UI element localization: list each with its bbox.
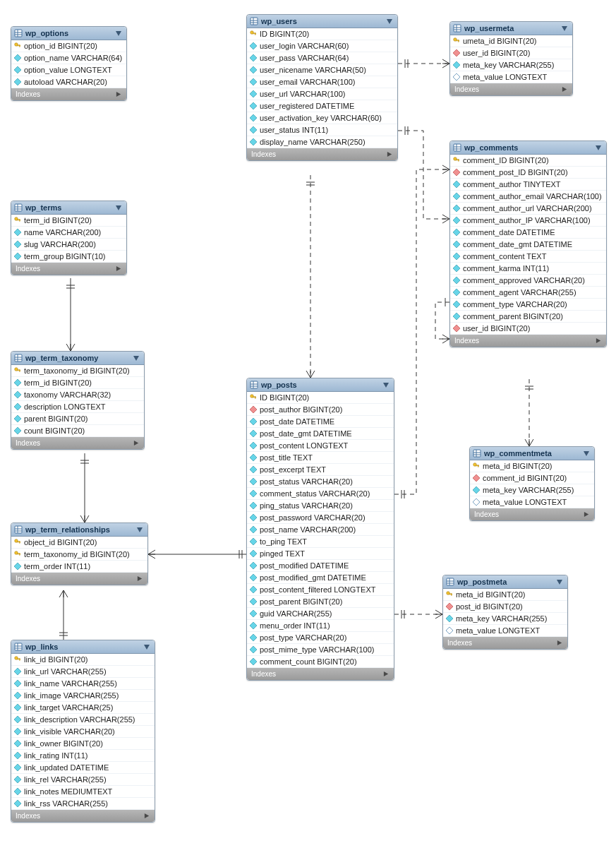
column-wp_postmeta-3[interactable]: meta_value LONGTEXT — [443, 625, 567, 637]
expand-icon[interactable] — [144, 813, 150, 819]
table-footer-wp_term_taxonomy[interactable]: Indexes — [11, 437, 144, 449]
table-wp_links[interactable]: wp_linkslink_id BIGINT(20)link_url VARCH… — [11, 640, 155, 823]
column-wp_options-0[interactable]: option_id BIGINT(20) — [11, 40, 126, 52]
column-wp_comments-2[interactable]: comment_author TINYTEXT — [450, 179, 606, 191]
column-wp_usermeta-0[interactable]: umeta_id BIGINT(20) — [450, 35, 572, 47]
table-footer-wp_links[interactable]: Indexes — [11, 810, 155, 822]
column-wp_terms-2[interactable]: slug VARCHAR(200) — [11, 239, 126, 251]
collapse-icon[interactable] — [556, 578, 563, 585]
column-wp_posts-6[interactable]: post_excerpt TEXT — [247, 464, 394, 476]
collapse-icon[interactable] — [143, 643, 150, 650]
column-wp_posts-20[interactable]: post_type VARCHAR(20) — [247, 632, 394, 644]
column-wp_users-4[interactable]: user_email VARCHAR(100) — [247, 76, 397, 88]
column-wp_commentmeta-2[interactable]: meta_key VARCHAR(255) — [470, 484, 594, 496]
column-wp_links-10[interactable]: link_rel VARCHAR(255) — [11, 774, 155, 786]
expand-icon[interactable] — [596, 338, 602, 344]
column-wp_comments-7[interactable]: comment_date_gmt DATETIME — [450, 239, 606, 251]
column-wp_options-1[interactable]: option_name VARCHAR(64) — [11, 52, 126, 64]
table-header-wp_postmeta[interactable]: wp_postmeta — [443, 575, 567, 589]
column-wp_links-7[interactable]: link_owner BIGINT(20) — [11, 738, 155, 750]
column-wp_terms-3[interactable]: term_group BIGINT(10) — [11, 251, 126, 263]
column-wp_options-2[interactable]: option_value LONGTEXT — [11, 64, 126, 76]
collapse-icon[interactable] — [583, 450, 590, 457]
column-wp_posts-0[interactable]: ID BIGINT(20) — [247, 392, 394, 404]
expand-icon[interactable] — [562, 86, 568, 92]
table-header-wp_links[interactable]: wp_links — [11, 640, 155, 654]
column-wp_links-8[interactable]: link_rating INT(11) — [11, 750, 155, 762]
column-wp_comments-10[interactable]: comment_approved VARCHAR(20) — [450, 275, 606, 287]
table-wp_terms[interactable]: wp_termsterm_id BIGINT(20)name VARCHAR(2… — [11, 201, 127, 275]
column-wp_comments-8[interactable]: comment_content TEXT — [450, 251, 606, 263]
expand-icon[interactable] — [133, 440, 140, 446]
column-wp_users-6[interactable]: user_registered DATETIME — [247, 100, 397, 112]
column-wp_comments-1[interactable]: comment_post_ID BIGINT(20) — [450, 167, 606, 179]
table-wp_postmeta[interactable]: wp_postmetameta_id BIGINT(20)post_id BIG… — [442, 575, 568, 650]
column-wp_posts-12[interactable]: to_ping TEXT — [247, 536, 394, 548]
column-wp_posts-22[interactable]: comment_count BIGINT(20) — [247, 656, 394, 668]
column-wp_links-9[interactable]: link_updated DATETIME — [11, 762, 155, 774]
table-footer-wp_comments[interactable]: Indexes — [450, 335, 606, 347]
expand-icon[interactable] — [584, 511, 590, 518]
column-wp_links-2[interactable]: link_name VARCHAR(255) — [11, 678, 155, 690]
column-wp_usermeta-1[interactable]: user_id BIGINT(20) — [450, 47, 572, 59]
collapse-icon[interactable] — [386, 18, 393, 25]
column-wp_term_taxonomy-5[interactable]: count BIGINT(20) — [11, 425, 144, 437]
column-wp_comments-3[interactable]: comment_author_email VARCHAR(100) — [450, 191, 606, 203]
table-footer-wp_commentmeta[interactable]: Indexes — [470, 508, 594, 520]
table-header-wp_term_taxonomy[interactable]: wp_term_taxonomy — [11, 352, 144, 365]
column-wp_links-11[interactable]: link_notes MEDIUMTEXT — [11, 786, 155, 798]
column-wp_users-3[interactable]: user_nicename VARCHAR(50) — [247, 64, 397, 76]
table-footer-wp_term_relationships[interactable]: Indexes — [11, 573, 147, 585]
column-wp_term_relationships-1[interactable]: term_taxonomy_id BIGINT(20) — [11, 549, 147, 561]
table-header-wp_terms[interactable]: wp_terms — [11, 201, 126, 215]
table-header-wp_options[interactable]: wp_options — [11, 27, 126, 40]
column-wp_comments-11[interactable]: comment_agent VARCHAR(255) — [450, 287, 606, 299]
column-wp_posts-8[interactable]: comment_status VARCHAR(20) — [247, 488, 394, 500]
column-wp_commentmeta-3[interactable]: meta_value LONGTEXT — [470, 496, 594, 508]
column-wp_users-2[interactable]: user_pass VARCHAR(64) — [247, 52, 397, 64]
table-header-wp_posts[interactable]: wp_posts — [247, 378, 394, 392]
column-wp_posts-3[interactable]: post_date_gmt DATETIME — [247, 428, 394, 440]
column-wp_term_taxonomy-0[interactable]: term_taxonomy_id BIGINT(20) — [11, 365, 144, 377]
collapse-icon[interactable] — [115, 30, 122, 37]
column-wp_links-3[interactable]: link_image VARCHAR(255) — [11, 690, 155, 702]
column-wp_terms-0[interactable]: term_id BIGINT(20) — [11, 215, 126, 227]
column-wp_term_taxonomy-4[interactable]: parent BIGINT(20) — [11, 413, 144, 425]
column-wp_comments-14[interactable]: user_id BIGINT(20) — [450, 323, 606, 335]
column-wp_posts-19[interactable]: menu_order INT(11) — [247, 620, 394, 632]
table-wp_commentmeta[interactable]: wp_commentmetameta_id BIGINT(20)comment_… — [469, 446, 595, 521]
column-wp_users-5[interactable]: user_url VARCHAR(100) — [247, 88, 397, 100]
column-wp_term_taxonomy-2[interactable]: taxonomy VARCHAR(32) — [11, 389, 144, 401]
collapse-icon[interactable] — [136, 526, 143, 533]
table-footer-wp_posts[interactable]: Indexes — [247, 668, 394, 680]
table-footer-wp_users[interactable]: Indexes — [247, 148, 397, 160]
column-wp_usermeta-3[interactable]: meta_value LONGTEXT — [450, 71, 572, 83]
column-wp_posts-14[interactable]: post_modified DATETIME — [247, 560, 394, 572]
column-wp_comments-13[interactable]: comment_parent BIGINT(20) — [450, 311, 606, 323]
column-wp_links-6[interactable]: link_visible VARCHAR(20) — [11, 726, 155, 738]
column-wp_terms-1[interactable]: name VARCHAR(200) — [11, 227, 126, 239]
column-wp_posts-21[interactable]: post_mime_type VARCHAR(100) — [247, 644, 394, 656]
expand-icon[interactable] — [116, 91, 122, 97]
collapse-icon[interactable] — [133, 354, 140, 362]
column-wp_posts-15[interactable]: post_modified_gmt DATETIME — [247, 572, 394, 584]
column-wp_posts-5[interactable]: post_title TEXT — [247, 452, 394, 464]
table-wp_posts[interactable]: wp_postsID BIGINT(20)post_author BIGINT(… — [246, 378, 394, 681]
column-wp_links-12[interactable]: link_rss VARCHAR(255) — [11, 798, 155, 810]
column-wp_posts-4[interactable]: post_content LONGTEXT — [247, 440, 394, 452]
column-wp_comments-0[interactable]: comment_ID BIGINT(20) — [450, 155, 606, 167]
column-wp_comments-5[interactable]: comment_author_IP VARCHAR(100) — [450, 215, 606, 227]
column-wp_users-8[interactable]: user_status INT(11) — [247, 124, 397, 136]
expand-icon[interactable] — [383, 671, 389, 677]
column-wp_options-3[interactable]: autoload VARCHAR(20) — [11, 76, 126, 88]
collapse-icon[interactable] — [595, 144, 602, 151]
table-wp_options[interactable]: wp_optionsoption_id BIGINT(20)option_nam… — [11, 26, 127, 101]
column-wp_links-0[interactable]: link_id BIGINT(20) — [11, 654, 155, 666]
column-wp_posts-17[interactable]: post_parent BIGINT(20) — [247, 596, 394, 608]
column-wp_posts-10[interactable]: post_password VARCHAR(20) — [247, 512, 394, 524]
expand-icon[interactable] — [387, 151, 393, 157]
column-wp_term_taxonomy-3[interactable]: description LONGTEXT — [11, 401, 144, 413]
column-wp_links-1[interactable]: link_url VARCHAR(255) — [11, 666, 155, 678]
column-wp_posts-16[interactable]: post_content_filtered LONGTEXT — [247, 584, 394, 596]
column-wp_posts-1[interactable]: post_author BIGINT(20) — [247, 404, 394, 416]
